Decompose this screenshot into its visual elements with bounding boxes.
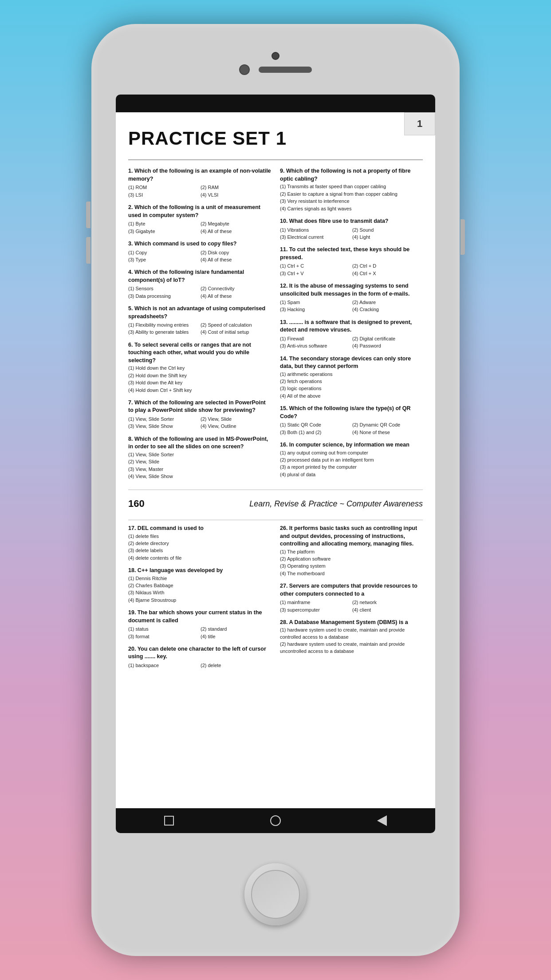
q6-text: 6. To select several cells or ranges tha… <box>128 341 271 365</box>
q6-opt1: (1) Hold down the Ctrl key <box>128 365 271 371</box>
q27-opt1: (1) mainframe <box>280 599 350 606</box>
status-bar <box>116 95 435 112</box>
question-27: 27. Servers are computers that provide r… <box>280 582 423 613</box>
q6-opt2: (2) Hold down the Shift key <box>128 372 271 379</box>
q18-opt2: (2) Charles Babbage <box>128 582 271 589</box>
q17-options: (1) delete files (2) delete directory (3… <box>128 533 271 562</box>
question-19: 19. The bar which shows your current sta… <box>128 609 271 640</box>
q5-opt3: (3) Ability to generate tables <box>128 329 199 336</box>
questions-grid-2: 17. DEL command is used to (1) delete fi… <box>128 525 423 674</box>
q6-options: (1) Hold down the Ctrl key (2) Hold down… <box>128 365 271 394</box>
question-10: 10. What does fibre use to transmit data… <box>280 217 423 241</box>
q16-options: (1) any output coming out from computer … <box>280 450 423 478</box>
questions-grid: 1. Which of the following is an example … <box>128 167 423 485</box>
q3-options: (1) Copy (2) Disk copy (3) Type (4) All … <box>128 249 271 264</box>
q15-opt4: (4) None of these <box>352 429 423 436</box>
phone-top <box>91 24 460 95</box>
q11-opt1: (1) Ctrl + C <box>280 263 350 269</box>
q26-options: (1) The platform (2) Application softwar… <box>280 549 423 577</box>
q17-opt2: (2) delete directory <box>128 540 271 547</box>
power-button[interactable] <box>460 219 465 255</box>
q12-options: (1) Spam (2) Adware (3) Hacking (4) Crac… <box>280 299 423 313</box>
q7-opt3: (3) View, Slide Show <box>128 423 199 430</box>
q27-opt4: (4) client <box>352 607 423 613</box>
q5-opt2: (2) Speed of calculation <box>201 322 271 328</box>
q17-text: 17. DEL command is used to <box>128 525 271 533</box>
q8-options: (1) View, Slide Sorter (2) View, Slide (… <box>128 451 271 480</box>
sensor-row <box>239 64 312 75</box>
nav-back-button[interactable] <box>373 812 391 830</box>
q19-opt3: (3) format <box>128 633 199 640</box>
page-number-badge: 1 <box>404 112 435 135</box>
document-content[interactable]: PRACTICE SET 1 1. Which of the following… <box>116 112 435 808</box>
q4-opt3: (3) Data processing <box>128 293 199 300</box>
question-6: 6. To select several cells or ranges tha… <box>128 341 271 394</box>
q7-opt1: (1) View, Slide Sorter <box>128 416 199 423</box>
q19-options: (1) status (2) standard (3) format (4) t… <box>128 626 271 640</box>
q2-opt3: (3) Gigabyte <box>128 228 199 235</box>
q13-options: (1) Firewall (2) Digital certificate (3)… <box>280 336 423 350</box>
q15-opt2: (2) Dynamic QR Code <box>352 422 423 428</box>
q15-text: 15. Which of the following is/are the ty… <box>280 405 423 420</box>
q13-text: 13. ......... is a software that is desi… <box>280 319 423 334</box>
home-button[interactable] <box>244 863 307 925</box>
q10-text: 10. What does fibre use to transmit data… <box>280 217 423 225</box>
nav-square-button[interactable] <box>160 812 178 830</box>
question-4: 4. Which of the following is/are fundame… <box>128 269 271 300</box>
q5-text: 5. Which is not an advantage of using co… <box>128 305 271 320</box>
q20-options: (1) backspace (2) delete <box>128 662 271 669</box>
q18-opt1: (1) Dennis Ritchie <box>128 575 271 582</box>
q8-opt3: (3) View, Master <box>128 466 271 473</box>
q18-opt4: (4) Bjarne Stroustroup <box>128 597 271 604</box>
question-2: 2. Which of the following is a unit of m… <box>128 204 271 235</box>
q20-text: 20. You can delete one character to the … <box>128 645 271 661</box>
circle-icon <box>270 815 281 826</box>
q1-opt2: (2) RAM <box>201 184 271 191</box>
q27-opt2: (2) network <box>352 599 423 606</box>
speaker-grille <box>259 67 312 73</box>
q7-opt4: (4) View, Outline <box>201 423 271 430</box>
q3-text: 3. Which command is used to copy files? <box>128 240 271 248</box>
phone-frame: 1 PRACTICE SET 1 1. Which of the followi… <box>91 24 460 956</box>
question-16: 16. In computer science, by information … <box>280 441 423 478</box>
q4-opt4: (4) All of these <box>201 293 271 300</box>
volume-up-button[interactable] <box>86 202 91 228</box>
q1-opt3: (3) LSI <box>128 192 199 198</box>
q18-opt3: (3) Niklaus Wirth <box>128 589 271 596</box>
q14-text: 14. The secondary storage devices can on… <box>280 355 423 371</box>
q9-opt2: (2) Easier to capture a signal from than… <box>280 191 423 198</box>
question-18: 18. C++ language was developed by (1) De… <box>128 567 271 604</box>
q16-text: 16. In computer science, by information … <box>280 441 423 449</box>
q12-opt3: (3) Hacking <box>280 306 350 313</box>
q14-opt3: (3) logic operations <box>280 385 423 392</box>
question-9: 9. Which of the following is not a prope… <box>280 167 423 212</box>
footer-title: Learn, Revise & Practice ~ Computer Awar… <box>249 498 423 510</box>
q15-options: (1) Static QR Code (2) Dynamic QR Code (… <box>280 422 423 436</box>
q26-opt2: (2) Application software <box>280 556 423 562</box>
q3-opt2: (2) Disk copy <box>201 249 271 256</box>
q27-text: 27. Servers are computers that provide r… <box>280 582 423 598</box>
back-icon <box>377 815 387 826</box>
q6-opt4: (4) Hold down Ctrl + Shift key <box>128 387 271 394</box>
volume-down-button[interactable] <box>86 237 91 264</box>
q14-opt2: (2) fetch operations <box>280 378 423 385</box>
rear-camera-icon <box>272 52 279 60</box>
q16-opt4: (4) plural of data <box>280 471 423 478</box>
nav-home-button[interactable] <box>267 812 284 830</box>
q20-opt1: (1) backspace <box>128 662 199 669</box>
q14-opt4: (4) All of the above <box>280 393 423 399</box>
q18-text: 18. C++ language was developed by <box>128 567 271 575</box>
q10-opt1: (1) Vibrations <box>280 227 350 233</box>
practice-title: PRACTICE SET 1 <box>128 126 423 152</box>
question-20: 20. You can delete one character to the … <box>128 645 271 669</box>
q8-opt1: (1) View, Slide Sorter <box>128 451 271 458</box>
q12-opt1: (1) Spam <box>280 299 350 306</box>
q2-opt2: (2) Megabyte <box>201 221 271 227</box>
q8-text: 8. Which of the following are used in MS… <box>128 435 271 451</box>
question-14: 14. The secondary storage devices can on… <box>280 355 423 400</box>
page-number: 1 <box>417 118 422 130</box>
q12-text: 12. It is the abuse of messaging systems… <box>280 282 423 298</box>
q11-options: (1) Ctrl + C (2) Ctrl + D (3) Ctrl + V (… <box>280 263 423 277</box>
question-12: 12. It is the abuse of messaging systems… <box>280 282 423 313</box>
home-button-inner <box>251 870 300 919</box>
